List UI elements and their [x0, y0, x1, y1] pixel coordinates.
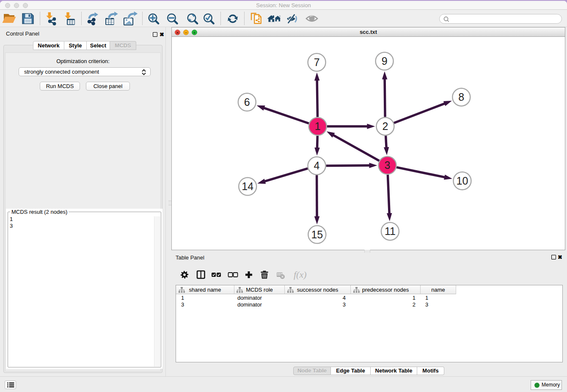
svg-text:6: 6 [244, 96, 250, 108]
svg-text:11: 11 [385, 225, 396, 237]
svg-text:15: 15 [311, 229, 323, 240]
svg-text:7: 7 [314, 56, 320, 68]
svg-text:2: 2 [382, 120, 388, 132]
svg-text:1: 1 [315, 120, 321, 132]
svg-text:3: 3 [385, 159, 391, 171]
svg-text:10: 10 [456, 175, 468, 187]
svg-text:4: 4 [314, 160, 320, 171]
svg-text:9: 9 [382, 55, 388, 67]
svg-text:14: 14 [242, 180, 253, 192]
svg-text:f(x): f(x) [294, 269, 307, 280]
svg-text:8: 8 [458, 91, 464, 103]
